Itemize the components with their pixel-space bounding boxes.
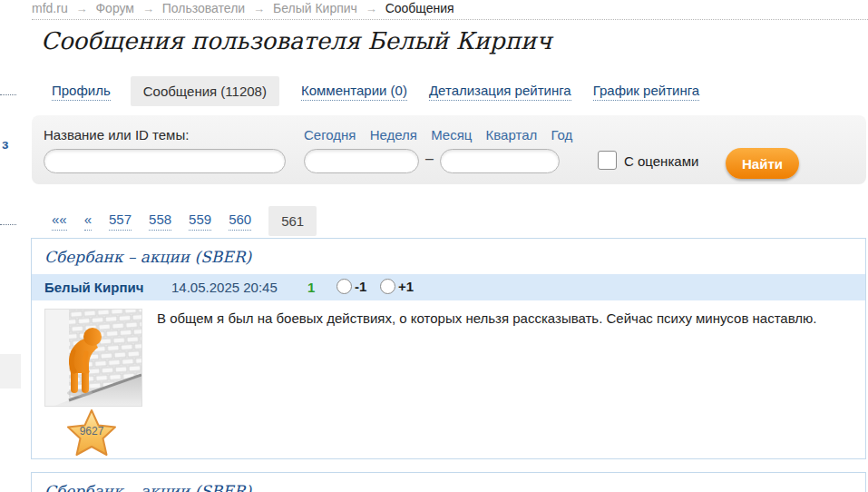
vote-up-label: +1 [398,279,414,294]
date-quick-links: Сегодня Неделя Месяц Квартал Год [304,127,582,143]
vote-down-control[interactable]: -1 [336,279,366,294]
breadcrumb-arrow-icon: → [249,2,269,15]
date-link-today[interactable]: Сегодня [304,127,356,143]
vote-up-radio-icon[interactable] [380,279,395,294]
with-ratings-label[interactable]: С оценками [624,153,698,169]
pagination-page-558[interactable]: 558 [149,212,171,231]
tab-profile[interactable]: Профиль [52,83,111,101]
breadcrumb-arrow-icon: → [72,2,93,15]
date-link-month[interactable]: Месяц [431,127,472,143]
breadcrumb-divider [32,19,868,20]
find-button[interactable]: Найти [726,148,799,179]
date-from-input[interactable] [304,149,419,173]
star-value-text: 9627 [80,425,104,438]
message-card: Сбербанк – акции (SBER) Белый Кирпич 14.… [31,238,866,459]
profile-tabs: Профиль Сообщения (11208) Комментарии (0… [52,76,721,106]
date-link-quarter[interactable]: Квартал [486,127,538,143]
tab-messages[interactable]: Сообщения (11208) [131,76,279,106]
breadcrumb-item-users[interactable]: Пользователи [162,1,245,15]
pagination-first[interactable]: «« [52,212,67,231]
vote-down-label: -1 [355,279,366,294]
topic-link[interactable]: Сбербанк – акции (SBER) [44,482,251,492]
star-icon: 9627 [66,409,117,458]
clipped-left-dotted-underline [0,94,16,95]
clipped-left-text-fragment: з [2,136,8,152]
author-link[interactable]: Белый Кирпич [44,280,143,295]
breadcrumb: mfd.ru → Форум → Пользователи → Белый Ки… [32,1,454,15]
breadcrumb-item-user[interactable]: Белый Кирпич [273,1,357,15]
page-title: Сообщения пользователя Белый Кирпич [41,27,552,54]
clipped-left-dotted-underline [0,224,16,225]
pagination: «« « 557 558 559 560 561 [52,206,317,236]
date-to-input[interactable] [440,149,560,173]
message-rating: 1 [307,280,315,295]
pagination-prev[interactable]: « [84,212,92,231]
topic-link[interactable]: Сбербанк – акции (SBER) [44,248,251,266]
breadcrumb-item-messages: Сообщения [385,1,454,15]
tab-rating-details[interactable]: Детализация рейтинга [429,83,571,101]
message-datetime: 14.05.2025 20:45 [171,280,278,295]
vote-up-control[interactable]: +1 [380,279,414,294]
tab-rating-chart[interactable]: График рейтинга [593,83,700,101]
pagination-page-557[interactable]: 557 [109,212,132,231]
breadcrumb-arrow-icon: → [138,2,159,15]
message-search-form: Название или ID темы: Сегодня Неделя Мес… [32,115,866,184]
pagination-page-559[interactable]: 559 [189,212,211,231]
message-card-next: Сбербанк – акции (SBER) [31,472,866,492]
topic-search-label: Название или ID темы: [44,127,189,143]
message-header-row: Белый Кирпич 14.05.2025 20:45 1 -1 +1 [32,274,865,300]
date-link-week[interactable]: Неделя [370,127,417,143]
avatar-brick-wall-figure-image [45,310,141,406]
message-text: В общем я был на боевых действиях, о кот… [157,306,863,331]
tab-comments[interactable]: Комментарии (0) [301,83,407,101]
rating-star-badge: 9627 [66,409,117,458]
clipped-left-gray-box [0,354,21,389]
topic-search-input[interactable] [44,149,286,173]
breadcrumb-item-home[interactable]: mfd.ru [32,1,68,15]
pagination-page-560[interactable]: 560 [229,212,251,231]
user-avatar[interactable] [44,309,142,407]
breadcrumb-item-forum[interactable]: Форум [95,1,134,15]
date-range-dash: – [425,151,434,167]
vote-down-radio-icon[interactable] [336,279,352,294]
with-ratings-checkbox[interactable] [598,151,617,170]
pagination-current-page: 561 [268,206,317,236]
breadcrumb-arrow-icon: → [361,2,382,15]
date-link-year[interactable]: Год [551,127,572,143]
